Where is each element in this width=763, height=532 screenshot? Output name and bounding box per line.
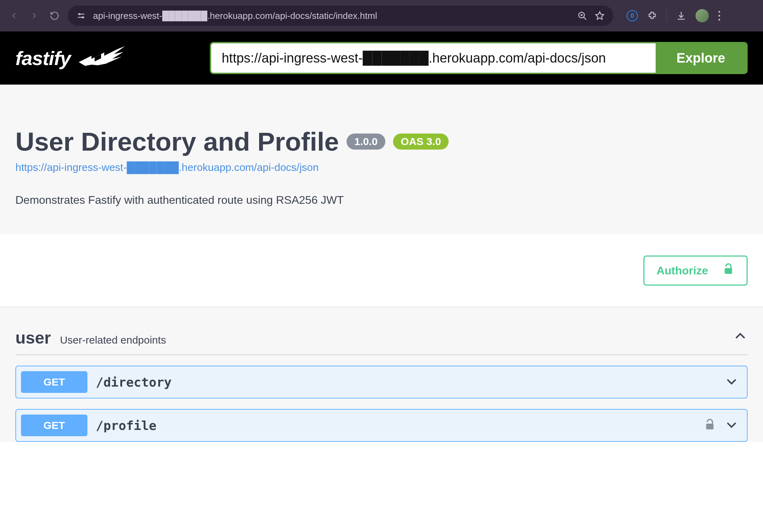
auth-bar: Authorize — [0, 235, 763, 307]
opblock-profile[interactable]: GET /profile — [15, 409, 748, 442]
zoom-icon[interactable] — [577, 10, 587, 21]
spec-url-input[interactable] — [211, 43, 656, 73]
bookmark-star-icon[interactable] — [594, 10, 605, 21]
browser-chrome: api-ingress-west-███████.herokuapp.com/a… — [0, 0, 763, 31]
http-method-badge: GET — [21, 371, 87, 393]
profile-avatar[interactable] — [696, 9, 709, 22]
extensions-icon[interactable] — [647, 10, 657, 21]
info-section: User Directory and Profile 1.0.0 OAS 3.0… — [0, 85, 763, 235]
api-description: Demonstrates Fastify with authenticated … — [15, 194, 748, 207]
authorize-button[interactable]: Authorize — [643, 256, 748, 286]
spec-link[interactable]: https://api-ingress-west-███████.herokua… — [15, 161, 319, 173]
svg-marker-8 — [596, 12, 604, 19]
svg-line-5 — [584, 17, 586, 20]
explore-bar: Explore — [210, 42, 748, 74]
tag-description: User-related endpoints — [60, 334, 724, 346]
reload-button[interactable] — [48, 9, 62, 23]
svg-point-11 — [719, 19, 720, 21]
address-bar[interactable]: api-ingress-west-███████.herokuapp.com/a… — [68, 6, 613, 26]
menu-icon[interactable] — [718, 10, 721, 21]
oas-badge: OAS 3.0 — [393, 134, 449, 150]
explore-button[interactable]: Explore — [656, 43, 746, 73]
op-path: /profile — [96, 418, 695, 433]
unlock-icon — [722, 263, 735, 278]
forward-button[interactable] — [27, 9, 41, 23]
brand-logo: fastify — [15, 43, 127, 73]
downloads-icon[interactable] — [676, 10, 686, 21]
tag-header[interactable]: user User-related endpoints — [15, 328, 748, 355]
chevron-up-icon — [733, 329, 748, 345]
version-badge: 1.0.0 — [347, 134, 385, 150]
authorize-label: Authorize — [656, 264, 708, 277]
chevron-down-icon — [725, 418, 739, 433]
url-text: api-ingress-west-███████.herokuapp.com/a… — [93, 10, 570, 21]
site-settings-icon[interactable] — [76, 11, 86, 21]
svg-rect-12 — [725, 268, 732, 274]
svg-point-9 — [719, 11, 720, 13]
lock-icon[interactable] — [704, 418, 716, 432]
divider — [666, 9, 667, 22]
api-title: User Directory and Profile — [15, 127, 339, 157]
back-button[interactable] — [7, 9, 21, 23]
fastify-icon — [75, 43, 127, 73]
swagger-topbar: fastify Explore — [0, 31, 763, 85]
opblock-directory[interactable]: GET /directory — [15, 366, 748, 398]
http-method-badge: GET — [21, 415, 87, 436]
onepassword-icon[interactable]: 0 — [627, 10, 638, 21]
svg-rect-13 — [706, 424, 714, 430]
op-path: /directory — [96, 375, 716, 389]
brand-text: fastify — [15, 47, 71, 70]
tag-section: user User-related endpoints GET /directo… — [0, 307, 763, 442]
tag-name: user — [15, 328, 51, 347]
chevron-down-icon — [725, 374, 739, 390]
svg-point-10 — [719, 15, 720, 17]
